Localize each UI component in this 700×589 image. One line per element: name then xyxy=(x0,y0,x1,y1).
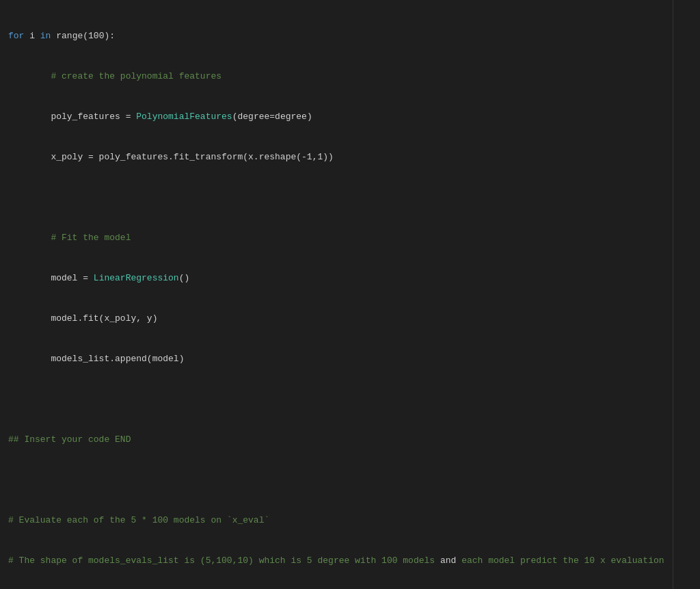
code-left-top: for i in range(100): # create the polyno… xyxy=(0,0,673,589)
code-line: x_poly = poly_features.fit_transform(x.r… xyxy=(0,150,673,164)
code-line xyxy=(0,191,673,205)
code-right-top xyxy=(673,0,700,589)
code-line: # Fit the model xyxy=(0,231,673,245)
code-line-long: # The shape of models_evals_list is (5,1… xyxy=(0,554,673,568)
code-line xyxy=(0,473,673,487)
code-line: models_list.append(model) xyxy=(0,352,673,366)
code-line: ## Insert your code END xyxy=(0,433,673,447)
top-code-block: for i in range(100): # create the polyno… xyxy=(0,0,673,589)
code-line: poly_features = PolynomialFeatures(degre… xyxy=(0,110,673,124)
code-line xyxy=(0,393,673,406)
code-section-top: for i in range(100): # create the polyno… xyxy=(0,0,700,589)
code-line: model.fit(x_poly, y) xyxy=(0,312,673,326)
code-line: for i in range(100): xyxy=(0,29,673,43)
code-line: # create the polynomial features xyxy=(0,70,673,83)
code-line: model = LinearRegression() xyxy=(0,272,673,285)
code-line: # Evaluate each of the 5 * 100 models on… xyxy=(0,514,673,527)
editor-container: for i in range(100): # create the polyno… xyxy=(0,0,700,589)
